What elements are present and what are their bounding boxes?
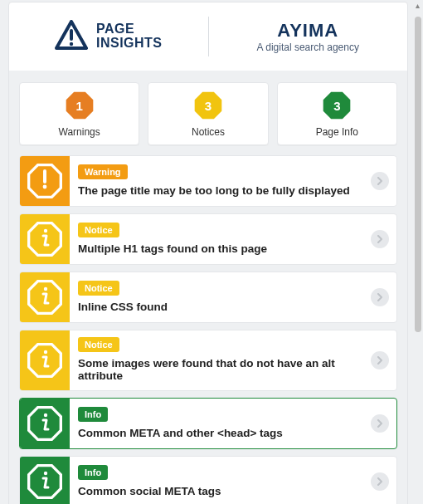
- summary-label: Page Info: [316, 126, 358, 138]
- items-list: Warning The page title may be too long t…: [9, 152, 407, 504]
- warning-triangle-icon: [55, 20, 88, 53]
- chevron-right-icon: [371, 472, 389, 491]
- insight-body: Info Common social META tags: [70, 457, 363, 504]
- summary-count-badge: 3: [323, 91, 351, 120]
- svg-point-17: [44, 472, 47, 475]
- expand-button[interactable]: [363, 272, 396, 322]
- summary-card-notices[interactable]: 3 Notices: [148, 82, 268, 145]
- notice-icon: [20, 272, 70, 322]
- expand-button[interactable]: [363, 399, 396, 448]
- expand-button[interactable]: [363, 156, 396, 206]
- summary-label: Warnings: [59, 126, 100, 138]
- severity-badge: Notice: [78, 281, 119, 296]
- summary-row: 1 Warnings 3 Notices 3 Page Info: [9, 71, 407, 152]
- severity-badge: Info: [78, 407, 108, 422]
- insight-item[interactable]: Notice Inline CSS found: [19, 272, 397, 323]
- insight-item[interactable]: Notice Multiple H1 tags found on this pa…: [19, 213, 397, 265]
- svg-point-7: [43, 185, 47, 189]
- summary-count-badge: 3: [194, 91, 222, 120]
- severity-badge: Notice: [78, 223, 119, 237]
- severity-badge: Warning: [78, 164, 128, 179]
- header: PAGE INSIGHTS AYIMA A digital search age…: [9, 2, 407, 71]
- severity-badge: Notice: [78, 337, 119, 352]
- insight-body: Info Common META and other <head> tags: [70, 399, 363, 448]
- svg-point-11: [44, 287, 47, 291]
- summary-card-page-info[interactable]: 3 Page Info: [277, 82, 397, 145]
- svg-point-1: [70, 42, 73, 46]
- info-icon: [20, 457, 70, 504]
- notice-icon: [20, 214, 70, 264]
- chevron-right-icon: [371, 414, 389, 433]
- warning-icon: [20, 156, 70, 206]
- brand: AYIMA A digital search agency: [209, 20, 408, 53]
- scroll-thumb[interactable]: [415, 17, 421, 332]
- chevron-right-icon: [371, 351, 389, 369]
- summary-count-badge: 1: [66, 91, 94, 120]
- insight-body: Notice Inline CSS found: [70, 272, 363, 322]
- logo-line1: PAGE: [96, 22, 163, 37]
- summary-count: 3: [333, 99, 340, 113]
- severity-badge: Info: [78, 465, 108, 480]
- insight-message: Common META and other <head> tags: [78, 427, 355, 439]
- info-icon: [20, 399, 70, 448]
- summary-label: Notices: [192, 126, 225, 138]
- insight-body: Notice Some images were found that do no…: [70, 330, 363, 390]
- chevron-right-icon: [371, 288, 389, 306]
- expand-button[interactable]: [363, 214, 396, 264]
- svg-point-9: [44, 229, 47, 232]
- insight-item[interactable]: Warning The page title may be too long t…: [19, 155, 397, 207]
- summary-count: 1: [75, 99, 82, 113]
- svg-point-13: [44, 350, 47, 354]
- insight-item[interactable]: Info Common META and other <head> tags: [19, 398, 397, 449]
- svg-point-15: [44, 413, 47, 417]
- expand-button[interactable]: [363, 457, 396, 504]
- insight-message: Some images were found that do not have …: [78, 357, 355, 382]
- insight-message: The page title may be too long to be ful…: [78, 184, 355, 197]
- insight-item[interactable]: Notice Some images were found that do no…: [19, 330, 397, 391]
- brand-name: AYIMA: [277, 20, 338, 42]
- notice-icon: [20, 330, 70, 390]
- summary-count: 3: [205, 99, 212, 113]
- scroll-up-icon[interactable]: ▴: [413, 2, 421, 10]
- insight-message: Multiple H1 tags found on this page: [78, 242, 355, 255]
- chevron-right-icon: [371, 230, 389, 248]
- logo-page-insights: PAGE INSIGHTS: [9, 20, 208, 53]
- chevron-right-icon: [371, 172, 389, 190]
- insight-message: Inline CSS found: [78, 301, 355, 313]
- insight-message: Common social META tags: [78, 485, 355, 497]
- summary-card-warnings[interactable]: 1 Warnings: [19, 82, 139, 145]
- insight-body: Warning The page title may be too long t…: [70, 156, 363, 206]
- expand-button[interactable]: [363, 330, 396, 390]
- brand-tagline: A digital search agency: [257, 42, 359, 53]
- insight-body: Notice Multiple H1 tags found on this pa…: [70, 214, 363, 264]
- logo-line2: INSIGHTS: [96, 37, 163, 51]
- panel: PAGE INSIGHTS AYIMA A digital search age…: [8, 2, 408, 504]
- insight-item[interactable]: Info Common social META tags: [19, 456, 397, 504]
